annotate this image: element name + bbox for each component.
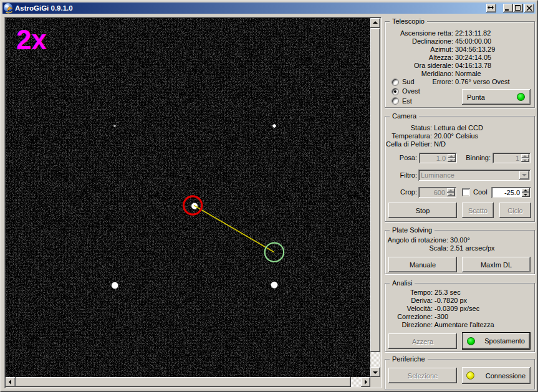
svg-text:2x: 2x bbox=[16, 24, 47, 55]
